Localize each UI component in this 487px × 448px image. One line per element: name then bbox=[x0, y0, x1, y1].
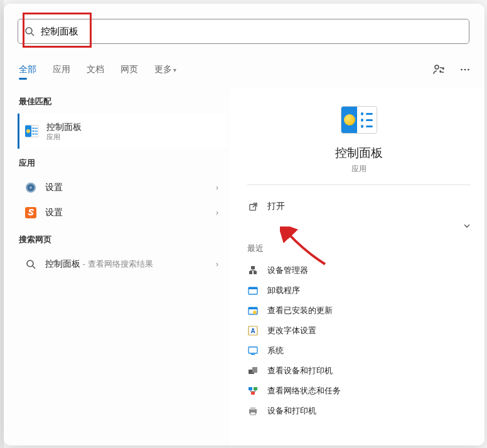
search-box[interactable] bbox=[18, 19, 469, 44]
web-header: 搜索网页 bbox=[19, 234, 227, 245]
app-item-label: 设置 bbox=[45, 207, 63, 218]
preview-column: 控制面板 应用 打开 最近 bbox=[230, 88, 484, 445]
svg-point-13 bbox=[33, 133, 34, 134]
account-sync-icon[interactable] bbox=[432, 63, 446, 77]
recent-item-uninstall[interactable]: 卸载程序 bbox=[247, 280, 471, 301]
svg-rect-28 bbox=[249, 307, 257, 309]
recent-label: 查看网络状态和任务 bbox=[267, 385, 341, 397]
app-item-settings[interactable]: 设置 › bbox=[18, 175, 227, 200]
svg-rect-32 bbox=[249, 347, 257, 353]
chevron-down-icon bbox=[463, 222, 471, 230]
svg-point-5 bbox=[468, 69, 469, 71]
svg-rect-22 bbox=[251, 266, 255, 269]
tab-apps[interactable]: 应用 bbox=[53, 64, 70, 75]
system-icon bbox=[247, 345, 259, 356]
recent-header: 最近 bbox=[247, 243, 471, 254]
svg-point-0 bbox=[26, 28, 32, 34]
web-item-label: 控制面板 - 查看网络搜索结果 bbox=[45, 259, 153, 270]
recent-label: 设备管理器 bbox=[267, 265, 308, 276]
tab-label: 更多 bbox=[154, 64, 172, 74]
chevron-right-icon: › bbox=[216, 183, 222, 192]
tab-label: 文档 bbox=[87, 64, 104, 74]
tabs-row: 全部 应用 文档 网页 更多▾ bbox=[19, 60, 472, 79]
app-item-sogou-settings[interactable]: 设置 › bbox=[18, 200, 227, 225]
recent-item-system[interactable]: 系统 bbox=[247, 341, 471, 361]
search-input[interactable] bbox=[35, 26, 469, 37]
updates-icon bbox=[247, 305, 259, 316]
search-icon bbox=[24, 26, 35, 36]
control-panel-large-icon bbox=[341, 106, 377, 134]
app-item-label: 设置 bbox=[45, 182, 63, 193]
gear-icon bbox=[24, 181, 38, 195]
results-column: 最佳匹配 控制面板 应用 应用 bbox=[4, 88, 227, 445]
svg-point-11 bbox=[33, 131, 34, 132]
best-match-header: 最佳匹配 bbox=[19, 96, 227, 107]
recent-label: 系统 bbox=[267, 345, 284, 356]
open-action[interactable]: 打开 bbox=[247, 195, 471, 218]
network-icon bbox=[247, 385, 259, 397]
svg-rect-23 bbox=[249, 271, 252, 274]
search-icon bbox=[24, 257, 38, 271]
svg-rect-37 bbox=[254, 387, 257, 390]
svg-point-4 bbox=[464, 69, 466, 71]
best-match-item[interactable]: 控制面板 应用 bbox=[18, 114, 227, 149]
expand-actions[interactable] bbox=[247, 218, 471, 234]
svg-rect-38 bbox=[251, 392, 255, 395]
svg-text:A: A bbox=[250, 328, 255, 334]
open-label: 打开 bbox=[267, 201, 285, 212]
tab-documents[interactable]: 文档 bbox=[87, 64, 104, 75]
recent-label: 更改字体设置 bbox=[267, 325, 316, 336]
web-search-item[interactable]: 控制面板 - 查看网络搜索结果 › bbox=[18, 252, 227, 277]
chevron-down-icon: ▾ bbox=[173, 67, 176, 73]
recent-item-device-manager[interactable]: 设备管理器 bbox=[247, 260, 471, 280]
chevron-right-icon: › bbox=[216, 260, 222, 269]
tab-label: 应用 bbox=[53, 64, 70, 74]
best-match-label: 控制面板 bbox=[46, 121, 82, 132]
search-row bbox=[18, 19, 469, 44]
recent-label: 查看设备和打印机 bbox=[267, 365, 333, 376]
tab-label: 网页 bbox=[120, 64, 138, 74]
recent-item-updates[interactable]: 查看已安装的更新 bbox=[247, 301, 471, 321]
recent-label: 设备和打印机 bbox=[267, 405, 316, 417]
svg-point-3 bbox=[461, 69, 463, 71]
svg-rect-14 bbox=[35, 134, 38, 134]
svg-point-17 bbox=[29, 186, 32, 189]
recent-label: 卸载程序 bbox=[267, 285, 300, 296]
svg-point-19 bbox=[27, 260, 33, 267]
tab-label: 全部 bbox=[19, 64, 36, 74]
svg-rect-12 bbox=[35, 131, 38, 131]
preview-sub: 应用 bbox=[351, 164, 367, 174]
svg-point-29 bbox=[253, 311, 257, 314]
svg-line-20 bbox=[33, 266, 35, 269]
svg-line-1 bbox=[31, 33, 34, 36]
svg-rect-36 bbox=[249, 387, 252, 390]
svg-rect-26 bbox=[249, 287, 257, 289]
svg-point-8 bbox=[26, 129, 30, 133]
more-options-icon[interactable] bbox=[458, 63, 472, 77]
divider bbox=[247, 184, 471, 185]
preview-title: 控制面板 bbox=[335, 145, 383, 161]
tab-more[interactable]: 更多▾ bbox=[154, 64, 176, 75]
apps-header: 应用 bbox=[19, 157, 227, 169]
svg-point-2 bbox=[435, 65, 439, 69]
recent-label: 查看已安装的更新 bbox=[267, 305, 333, 316]
svg-rect-33 bbox=[251, 354, 255, 355]
tab-all[interactable]: 全部 bbox=[19, 64, 36, 75]
control-panel-icon bbox=[25, 124, 39, 138]
recent-item-fonts[interactable]: A 更改字体设置 bbox=[247, 321, 471, 341]
search-panel: 全部 应用 文档 网页 更多▾ bbox=[4, 4, 484, 445]
tab-web[interactable]: 网页 bbox=[120, 64, 138, 75]
device-manager-icon bbox=[247, 265, 259, 276]
uninstall-icon bbox=[247, 285, 259, 296]
svg-rect-40 bbox=[250, 407, 255, 410]
devices-printers-icon bbox=[247, 365, 259, 376]
svg-rect-10 bbox=[35, 128, 38, 129]
recent-item-devices-printers[interactable]: 设备和打印机 bbox=[247, 401, 471, 421]
recent-item-devices-printers-view[interactable]: 查看设备和打印机 bbox=[247, 361, 471, 381]
sogou-icon bbox=[24, 206, 38, 220]
svg-rect-35 bbox=[252, 367, 257, 373]
recent-item-network-status[interactable]: 查看网络状态和任务 bbox=[247, 381, 471, 401]
chevron-right-icon: › bbox=[216, 208, 222, 217]
svg-rect-41 bbox=[250, 412, 255, 415]
best-match-sub: 应用 bbox=[46, 132, 82, 141]
